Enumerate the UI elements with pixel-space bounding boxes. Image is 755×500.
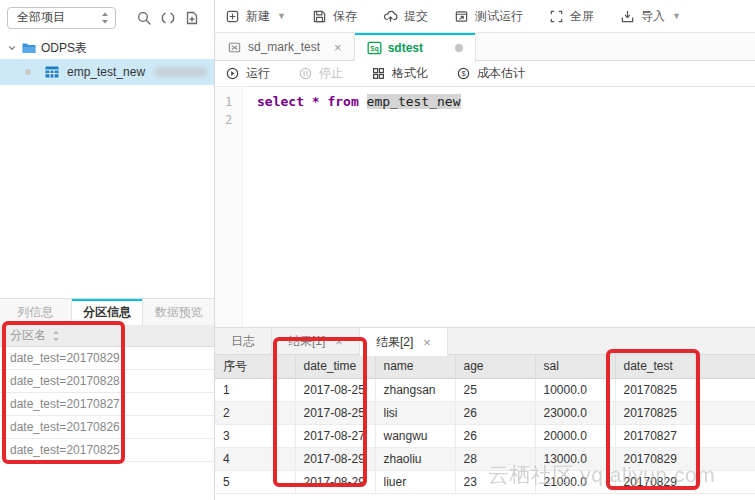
editor-tab-label: sdtest <box>388 41 423 55</box>
submit-label: 提交 <box>404 8 428 25</box>
format-button[interactable]: 格式化 <box>371 65 428 82</box>
table-cell: wangwu <box>375 424 455 447</box>
results-header-row: 序号date_timenameagesaldate_test <box>215 355 755 378</box>
table-cell: 26 <box>455 424 535 447</box>
close-icon[interactable]: × <box>423 335 431 350</box>
cost-button[interactable]: $成本估计 <box>456 65 525 82</box>
submit-button[interactable]: 提交 <box>383 8 428 25</box>
table-row: 52017-08-29liuer2321000.020170829 <box>215 470 755 493</box>
dirty-indicator-icon <box>455 44 463 52</box>
table-row: 12017-08-25zhangsan2510000.020170825 <box>215 378 755 401</box>
project-select[interactable]: 全部项目 <box>7 7 116 29</box>
table-cell: 13000.0 <box>535 447 615 470</box>
partition-header-label: 分区名 <box>10 327 46 344</box>
results-table: 序号date_timenameagesaldate_test 12017-08-… <box>215 355 755 494</box>
table-cell: 20170827 <box>615 424 695 447</box>
new-icon <box>225 9 240 24</box>
dataworks-ide: 全部项目 <box>0 0 755 500</box>
detail-tab-columns[interactable]: 列信息 <box>0 299 72 325</box>
column-header: name <box>375 355 455 378</box>
code-area[interactable]: select * from emp_test_new <box>243 87 755 327</box>
column-header: sal <box>535 355 615 378</box>
import-label: 导入 <box>641 8 665 25</box>
table-cell: 4 <box>215 447 295 470</box>
sidebar-toolbar: 全部项目 <box>0 0 214 35</box>
chevron-down-icon <box>7 43 17 53</box>
table-cell: 23000.0 <box>535 401 615 424</box>
table-cell: 21000.0 <box>535 470 615 493</box>
results-tab-result1[interactable]: 结果[1]× <box>272 328 360 355</box>
table-icon <box>44 64 60 80</box>
fullscreen-button[interactable]: 全屏 <box>549 8 594 25</box>
search-icon[interactable] <box>136 10 152 26</box>
editor-tab-label: sd_mark_test <box>248 40 320 54</box>
select-stepper-icon <box>99 11 111 25</box>
test-run-button[interactable]: 测试运行 <box>454 8 523 25</box>
sql-editor[interactable]: 12 select * from emp_test_new <box>215 87 755 327</box>
table-cell: 3 <box>215 424 295 447</box>
editor-actionbar: 运行停止格式化$成本估计 <box>215 61 755 87</box>
table-cell: 1 <box>215 378 295 401</box>
sql-icon: Sq <box>367 41 382 55</box>
table-cell: 20170825 <box>615 378 695 401</box>
sql-keyword: select * from <box>257 94 367 109</box>
table-cell: 20000.0 <box>535 424 615 447</box>
partition-row[interactable]: date_test=20170828 <box>0 370 214 393</box>
sql-selected-token: emp_test_new <box>367 94 461 109</box>
partition-row[interactable]: date_test=20170826 <box>0 416 214 439</box>
test-run-icon <box>454 9 469 24</box>
chevron-down-icon: ▼ <box>277 11 286 21</box>
editor-tab-sdtest[interactable]: Sqsdtest <box>355 33 476 62</box>
code-line-1: select * from emp_test_new <box>257 93 755 111</box>
table-cell: 10000.0 <box>535 378 615 401</box>
partition-row[interactable]: date_test=20170825 <box>0 439 214 462</box>
sort-icon[interactable] <box>51 330 61 342</box>
close-icon[interactable]: × <box>335 334 343 349</box>
table-cell: 2017-08-25 <box>295 378 375 401</box>
save-label: 保存 <box>333 8 357 25</box>
results-tab-log[interactable]: 日志 <box>215 328 272 355</box>
project-select-value: 全部项目 <box>17 9 99 26</box>
tree-node-odps[interactable]: ODPS表 <box>0 37 214 59</box>
cost-icon: $ <box>456 66 471 81</box>
table-cell: 20170829 <box>615 470 695 493</box>
results-tab-result2[interactable]: 结果[2]× <box>360 328 448 356</box>
column-header: date_time <box>295 355 375 378</box>
new-button[interactable]: 新建▼ <box>225 8 286 25</box>
detail-tab-partitions[interactable]: 分区信息 <box>72 299 144 325</box>
import-button[interactable]: 导入▼ <box>620 8 681 25</box>
line-number-gutter: 12 <box>215 87 243 327</box>
detail-tab-label: 列信息 <box>17 304 53 321</box>
table-cell: zhangsan <box>375 378 455 401</box>
tree-item-emp-test-new[interactable]: emp_test_new <box>0 59 214 85</box>
run-button[interactable]: 运行 <box>225 65 270 82</box>
partition-row[interactable]: date_test=20170829 <box>0 347 214 370</box>
results-tab-label: 结果[2] <box>376 334 413 351</box>
table-cell-filler <box>695 378 755 401</box>
save-button[interactable]: 保存 <box>312 8 357 25</box>
svg-text:Sq: Sq <box>370 44 378 52</box>
detail-tab-preview[interactable]: 数据预览 <box>143 299 214 325</box>
partition-table-header: 分区名 <box>0 325 214 347</box>
column-header: date_test <box>615 355 695 378</box>
editor-tab-sd_mark_test[interactable]: sd_mark_test× <box>215 33 355 61</box>
close-icon[interactable]: × <box>334 40 342 55</box>
partition-row[interactable]: date_test=20170827 <box>0 393 214 416</box>
column-header: age <box>455 355 535 378</box>
line-number: 1 <box>215 93 242 111</box>
tree-node-label: ODPS表 <box>41 40 87 57</box>
sidebar-icon-group <box>136 10 200 26</box>
format-icon <box>371 66 386 81</box>
import-icon <box>620 9 635 24</box>
run-label: 运行 <box>246 65 270 82</box>
table-cell: lisi <box>375 401 455 424</box>
detail-tab-label: 分区信息 <box>83 304 131 321</box>
table-cell-filler <box>695 470 755 493</box>
run-icon <box>225 66 240 81</box>
test-run-label: 测试运行 <box>475 8 523 25</box>
table-cell: 23 <box>455 470 535 493</box>
table-cell-filler <box>695 447 755 470</box>
new-file-icon[interactable] <box>184 10 200 26</box>
table-cell: 25 <box>455 378 535 401</box>
refresh-icon[interactable] <box>160 10 176 26</box>
